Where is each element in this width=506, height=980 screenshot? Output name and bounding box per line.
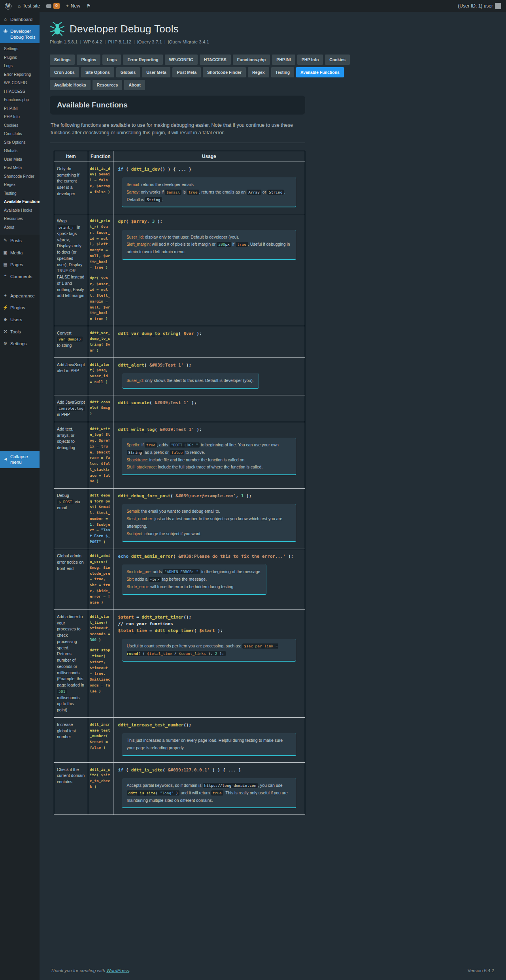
sidebar-sub-functions-php[interactable]: Functions.php [0,96,40,104]
sidebar-item-comments[interactable]: ❝Comments [0,271,40,282]
sidebar-sub-regex[interactable]: Regex [0,181,40,189]
tab-testing[interactable]: Testing [271,67,295,77]
inline-code: var_dump() [57,337,83,342]
sidebar-sub-cron-jobs[interactable]: Cron Jobs [0,130,40,138]
usage-code-line: dpr( $array, 3 ); [118,218,300,225]
sidebar-sub-post-meta[interactable]: Post Meta [0,164,40,172]
code-token: if [118,167,123,172]
plugin-meta: Plugin 1.5.8.1|WP 6.4.2|PHP 8.1.12|jQuer… [50,40,305,44]
sidebar-sub-php-ini[interactable]: PHP.INI [0,104,40,113]
usage-note: $user_id: only shows the alert to this u… [122,373,259,389]
sidebar-sub-available-hooks[interactable]: Available Hooks [0,206,40,215]
sidebar-sub-wp-config[interactable]: WP-CONFIG [0,79,40,87]
code-token: $test_number [90,510,110,521]
code-token: ddtt_stop_timer [155,628,194,633]
item-cell: Wrap print_r in <pre> tags </pre>, Displ… [54,214,88,326]
code-token: $total_time [147,651,172,656]
new-content-menu[interactable]: + New [66,3,80,9]
tab-plugins[interactable]: Plugins [77,55,100,65]
usage-cell: ddtt_console( &#039;Test 1' ); [113,395,305,422]
tab-about[interactable]: About [124,80,145,90]
appearance-icon: ✦ [3,293,8,299]
tab-site-options[interactable]: Site Options [81,67,114,77]
tab-wp-config[interactable]: WP-CONFIG [165,55,198,65]
collapse-menu-button[interactable]: ◀ Collapse menu [0,451,40,468]
sidebar-item-settings[interactable]: ⚙Settings [0,338,40,350]
code-token: true [94,316,103,321]
sidebar-item-plugins[interactable]: ⚡Plugins [0,302,40,314]
sidebar-sub-available-functions[interactable]: Available Functions [0,198,40,206]
comments-menu[interactable]: 0 [46,3,60,9]
account-menu[interactable]: (User ID: 1) user [458,3,501,9]
inline-code: 501 [57,689,67,694]
sidebar-sub-globals[interactable]: Globals [0,147,40,155]
sidebar-sub-cookies[interactable]: Cookies [0,121,40,130]
code-token: true [189,190,198,194]
tab-htaccess[interactable]: HTACCESS [200,55,231,65]
sidebar-item-developer-debug-tools[interactable]: Developer Debug Tools [0,25,40,43]
note-line: $left_margin: will add # of pixels to le… [127,241,291,256]
sidebar-item-label: Users [10,317,22,322]
tab-settings[interactable]: Settings [50,55,75,65]
tab-cookies[interactable]: Cookies [325,55,350,65]
sidebar-sub-htaccess[interactable]: HTACCESS [0,87,40,96]
sidebar-sub-error-reporting[interactable]: Error Reporting [0,70,40,79]
sidebar-item-label: Pages [10,262,23,267]
sidebar-item-users[interactable]: ☻Users [0,314,40,325]
sidebar-item-appearance[interactable]: ✦Appearance [0,290,40,302]
sidebar-item-dashboard[interactable]: ⌂Dashboard [0,13,40,25]
usage-code-line: if ( ddtt_is_dev() ) { ... } [118,166,300,173]
tab-php-info[interactable]: PHP Info [297,55,323,65]
code-token: ddtt_debug_form_post [118,493,170,498]
function-row: Add text, arrays, or objects to debug.lo… [54,422,305,488]
sidebar-sub-shortcode-finder[interactable]: Shortcode Finder [0,172,40,181]
sidebar-sub-settings[interactable]: Settings [0,45,40,53]
code-token: $prefix: [127,442,140,447]
sidebar-item-media[interactable]: ▣Media [0,247,40,259]
note-line: $array: only works if $email is true, re… [127,188,291,203]
ddt-tabs: SettingsPluginsLogsError ReportingWP-CON… [50,55,305,90]
tab-functions-php[interactable]: Functions.php [233,55,270,65]
sidebar-item-label: Developer Debug Tools [10,28,37,40]
code-token: $email [166,190,180,194]
sidebar-sub-about[interactable]: About [0,223,40,232]
function-cell: ddtt_admin_error( $msg, $include_pre = t… [88,549,113,609]
item-cell: Global admin error notice on front-end [54,549,88,609]
sidebar-item-pages[interactable]: ▤Pages [0,259,40,271]
tab-user-meta[interactable]: User Meta [142,67,170,77]
sidebar-sub-plugins[interactable]: Plugins [0,53,40,62]
function-cell: ddtt_start_timer( $timeout_seconds = 300… [88,609,113,717]
sidebar-sub-site-options[interactable]: Site Options [0,138,40,147]
tab-resources[interactable]: Resources [93,80,123,90]
sidebar-item-posts[interactable]: ✎Posts [0,235,40,246]
code-token: $count_links [179,651,206,656]
sidebar-sub-user-meta[interactable]: User Meta [0,155,40,164]
flag-icon: ⚑ [87,3,91,9]
tab-post-meta[interactable]: Post Meta [172,67,201,77]
sidebar-sub-logs[interactable]: Logs [0,62,40,70]
usage-cell: ddtt_alert( &#039;Test 1' );$user_id: on… [113,357,305,395]
sidebar-sub-resources[interactable]: Resources [0,214,40,223]
debug-quick-menu[interactable]: ⚑ [87,3,91,9]
tab-available-functions[interactable]: Available Functions [296,67,344,77]
tab-error-reporting[interactable]: Error Reporting [123,55,162,65]
note-line: $prefix: if true, adds "DDTT_LOG: " to b… [127,441,291,456]
wordpress-link[interactable]: WordPress [106,968,129,973]
tab-logs[interactable]: Logs [102,55,121,65]
tab-regex[interactable]: Regex [248,67,269,77]
tab-php-ini[interactable]: PHP.INI [272,55,295,65]
function-cell: ddtt_is_dev( $email = false, $array = fa… [88,162,113,214]
sidebar-sub-testing[interactable]: Testing [0,189,40,198]
tab-shortcode-finder[interactable]: Shortcode Finder [203,67,246,77]
wordpress-logo-menu[interactable]: W [5,3,11,9]
note-line: $subject: change the subject if you want… [127,530,291,538]
tab-cron-jobs[interactable]: Cron Jobs [50,67,79,77]
sidebar-sub-php-info[interactable]: PHP Info [0,113,40,121]
site-menu[interactable]: ⌂ Test site [18,3,40,9]
sidebar-item-tools[interactable]: ⚒Tools [0,326,40,338]
tab-available-hooks[interactable]: Available Hooks [50,80,91,90]
function-signature: ddtt_var_dump_to_string( $var ) [90,330,111,354]
tab-globals[interactable]: Globals [116,67,140,77]
code-token: &#039;Test 1' [149,363,183,368]
meta-separator: | [162,40,168,44]
